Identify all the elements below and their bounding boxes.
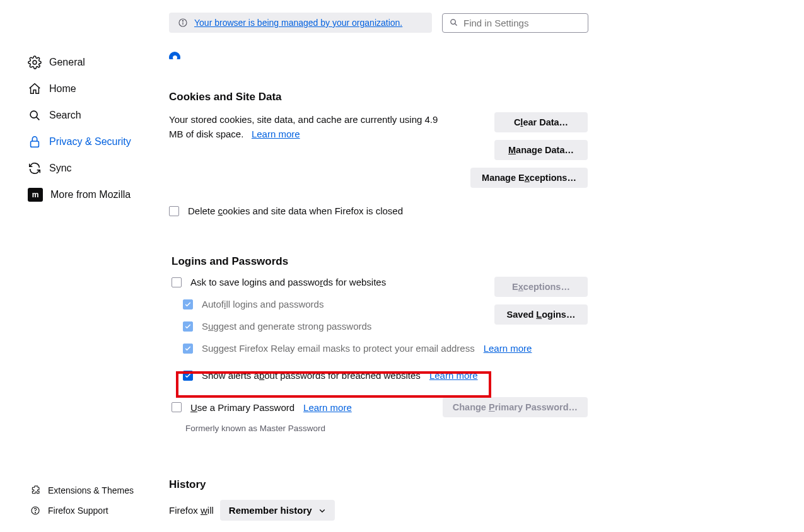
search-icon [28,108,42,122]
gear-icon [28,55,42,69]
sidebar: General Home Search Privacy & Security [0,0,156,532]
sidebar-item-label: Home [49,83,76,95]
truncated-radio-row[interactable]: Only when Firefox is set to block known … [169,52,588,59]
sidebar-item-label: Firefox Support [48,506,108,516]
relay-checkbox[interactable] [183,344,193,354]
relay-row[interactable]: Suggest Firefox Relay email masks to pro… [183,343,588,354]
primary-password-subnote: Formerly known as Master Password [185,424,588,433]
sidebar-link-extensions[interactable]: Extensions & Themes [0,480,156,500]
sidebar-item-more-mozilla[interactable]: m More from Mozilla [0,182,156,208]
section-title-cookies: Cookies and Site Data [169,91,588,103]
primary-password-row[interactable]: Use a Primary Password Learn more [172,402,352,413]
change-primary-password-button[interactable]: Change Primary Password… [443,397,588,417]
sidebar-item-label: Search [49,110,81,121]
clear-data-button[interactable]: Clear Data… [494,112,588,132]
sidebar-item-search[interactable]: Search [0,102,156,129]
svg-line-10 [455,23,457,25]
sync-icon [28,161,42,175]
search-input[interactable] [463,18,583,28]
managed-link[interactable]: Your browser is being managed by your or… [194,18,402,28]
delete-on-close-label: Delete cookies and site data when Firefo… [188,205,403,216]
manage-data-button[interactable]: Manage Data… [494,140,588,160]
sidebar-item-label: Privacy & Security [49,136,131,147]
svg-point-5 [35,512,35,513]
sidebar-item-privacy[interactable]: Privacy & Security [0,129,156,155]
ask-save-checkbox[interactable] [172,277,182,287]
primary-learn-more[interactable]: Learn more [303,402,352,413]
sidebar-item-label: Sync [49,163,72,174]
delete-on-close-checkbox[interactable] [169,206,179,216]
search-icon [449,18,458,28]
svg-line-2 [37,117,40,120]
home-icon [28,82,42,96]
sidebar-item-label: Extensions & Themes [48,485,134,495]
suggest-label: Suggest and generate strong passwords [202,321,371,332]
svg-rect-3 [31,141,39,147]
history-mode-select[interactable]: Remember history [220,500,335,521]
sidebar-item-general[interactable]: General [0,49,156,76]
sidebar-link-support[interactable]: Firefox Support [0,500,156,521]
autofill-checkbox[interactable] [183,299,193,309]
sidebar-item-label: More from Mozilla [50,189,131,200]
cookies-learn-more[interactable]: Learn more [252,129,300,139]
radio-selected[interactable] [169,52,180,59]
lock-icon [28,135,42,149]
manage-exceptions-button[interactable]: Manage Exceptions… [470,168,588,188]
breach-alerts-label: Show alerts about passwords for breached… [202,370,421,381]
suggest-checkbox[interactable] [183,321,193,332]
autofill-label: Autofill logins and passwords [202,299,323,309]
section-title-history: History [169,478,588,491]
relay-learn-more[interactable]: Learn more [484,343,532,354]
main-content: Your browser is being managed by your or… [156,0,804,532]
breach-alerts-row[interactable]: Show alerts about passwords for breached… [183,365,588,386]
breach-learn-more[interactable]: Learn more [429,370,478,381]
saved-logins-button[interactable]: Saved Logins… [494,304,588,325]
cookies-description: Your stored cookies, site data, and cach… [169,112,454,142]
sidebar-item-sync[interactable]: Sync [0,155,156,182]
info-icon [178,18,188,28]
settings-search[interactable] [442,13,588,33]
svg-point-1 [30,111,37,118]
sidebar-item-label: General [49,57,85,68]
mozilla-icon: m [28,188,43,202]
relay-label: Suggest Firefox Relay email masks to pro… [202,343,475,354]
chevron-down-icon [318,507,326,514]
sidebar-item-home[interactable]: Home [0,76,156,102]
puzzle-icon [30,485,40,495]
history-label: Firefox will [169,505,214,516]
svg-point-9 [451,20,456,25]
logins-exceptions-button[interactable]: Exceptions… [494,277,588,297]
delete-on-close-row[interactable]: Delete cookies and site data when Firefo… [169,205,588,216]
primary-password-checkbox[interactable] [172,402,182,412]
help-icon [30,506,40,516]
svg-point-0 [33,61,37,64]
section-title-logins: Logins and Passwords [172,255,588,268]
managed-banner: Your browser is being managed by your or… [169,13,432,33]
ask-save-label: Ask to save logins and passwords for web… [190,277,386,287]
primary-password-label: Use a Primary Password [190,402,294,413]
breach-alerts-checkbox[interactable] [183,371,193,381]
svg-point-8 [182,20,183,21]
